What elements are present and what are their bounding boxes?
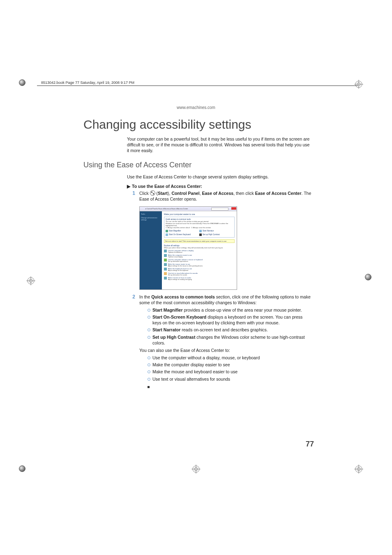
keyboard-icon — [166, 234, 168, 236]
breadcrumb: ▸ Control Panel ▸ Ease of Access ▸ Ease … — [145, 208, 188, 210]
after-bullets-text: You can also use the Ease of Access Cent… — [139, 347, 312, 353]
link-subtitle: Adjust settings for the keyboard — [168, 270, 192, 271]
window-body: Tasks Change administrative settings Mak… — [140, 211, 237, 289]
procedure-title: To use the Ease of Access Center: — [132, 184, 202, 189]
step-2: 2 In the Quick access to common tools se… — [84, 294, 312, 389]
window-titlebar: ▸ Control Panel ▸ Ease of Access ▸ Ease … — [140, 207, 237, 211]
registration-target-icon — [26, 276, 35, 285]
text: , then click — [233, 191, 255, 196]
registration-target-icon — [354, 80, 363, 89]
step-number: 2 — [84, 294, 139, 389]
checkbox-label: Always read this section aloud — [168, 227, 190, 229]
text: Click — [139, 191, 150, 196]
explore-link: Use the computer without a mouse or keyb… — [164, 259, 235, 262]
step-body: In the Quick access to common tools sect… — [139, 294, 312, 389]
page-number: 77 — [306, 440, 314, 449]
step-body: Click (Start), Control Panel, Ease of Ac… — [139, 190, 312, 202]
windows-start-icon — [150, 190, 155, 196]
section-intro: Use the Ease of Access Center to change … — [127, 174, 312, 180]
content-column: Changing accessibility settings Your com… — [84, 118, 312, 391]
explore-link: Use text or visual alternatives for soun… — [164, 272, 235, 276]
link-icon — [164, 272, 167, 275]
text: ), — [168, 191, 171, 196]
cmd-narrator: Start Narrator — [199, 230, 233, 232]
procedure-heading: ▶To use the Ease of Access Center: — [127, 184, 312, 189]
link-icon — [164, 254, 167, 257]
link-title: Use the computer without a display — [168, 250, 194, 252]
procedure-steps: 1 Click (Start), Control Panel, Ease of … — [84, 190, 312, 202]
page: 8513042.book Page 77 Saturday, April 19,… — [0, 0, 392, 555]
bold-text: Control Panel — [171, 191, 199, 196]
main-panel: Make your computer easier to use Quick a… — [162, 211, 237, 289]
page-title: Changing accessibility settings — [83, 118, 312, 132]
more-bullet-list: Use the computer without a display, mous… — [148, 355, 312, 382]
triangle-icon: ▶ — [127, 184, 130, 189]
explore-link: Make it easier to focus on tasksAdjust s… — [164, 277, 235, 280]
quick-access-box: Quick access to common tools You can use… — [164, 217, 235, 238]
link-title: Make it easier to focus on tasks — [168, 277, 192, 279]
bullet-item: Use text or visual alternatives for soun… — [148, 376, 312, 382]
page-header-meta: 8513042.book Page 77 Saturday, April 19,… — [41, 81, 134, 85]
link-icon — [164, 268, 167, 271]
cmd-magnifier: Start Magnifier — [166, 230, 199, 232]
sidebar-heading: Tasks — [141, 213, 161, 215]
magnifier-icon — [166, 230, 168, 232]
bold-text: Start Magnifier — [152, 308, 183, 312]
qa-bullet-list: Start Magnifier provides a close-up view… — [148, 307, 312, 346]
bullet-item: Make the mouse and keyboard easier to us… — [148, 369, 312, 375]
bold-text: Quick access to common tools — [151, 294, 215, 299]
text: In the — [139, 294, 151, 299]
main-heading: Make your computer easier to use — [164, 213, 235, 215]
bold-text: Start Narrator — [152, 327, 180, 332]
link-icon — [164, 259, 167, 261]
bold-text: Start — [158, 191, 168, 196]
registration-dot-icon — [365, 274, 371, 280]
procedure-end-icon — [148, 384, 312, 389]
qa-text: Windows can read and scan this list auto… — [166, 222, 233, 227]
registration-target-icon — [191, 465, 201, 474]
link-subtitle: Adjust settings for reading and typing — [168, 279, 192, 280]
explore-link: Use the computer without a displayOptimi… — [164, 250, 235, 253]
link-subtitle: Set up alternatives for sounds — [168, 274, 198, 276]
recommendation-banner: Not sure where to start? Get recommendat… — [164, 239, 235, 243]
bold-text: Ease of Access Center — [255, 191, 302, 196]
link-title: Use the computer without a mouse or keyb… — [168, 259, 203, 261]
registration-dot-icon — [19, 79, 25, 86]
embedded-screenshot: ▸ Control Panel ▸ Ease of Access ▸ Ease … — [139, 206, 237, 290]
link-subtitle: Adjust settings for the mouse or other p… — [168, 265, 203, 267]
registration-target-icon — [354, 465, 363, 474]
explore-links: Use the computer without a displayOptimi… — [164, 250, 235, 280]
explore-link: Make the keyboard easier to useAdjust se… — [164, 268, 235, 271]
narrator-icon — [199, 230, 202, 232]
step-1: 1 Click (Start), Control Panel, Ease of … — [84, 190, 312, 202]
header-rule — [37, 86, 357, 86]
qa-checkboxes: ☐ Always read this section aloud ☐ Alway… — [166, 227, 233, 229]
link-title: Make the keyboard easier to use — [168, 268, 192, 270]
bullet-item: Start Narrator reads on-screen text and … — [148, 327, 312, 333]
checkbox-label: Always scan this section — [193, 227, 211, 229]
bullet-item: Start Magnifier provides a close-up view… — [148, 307, 312, 313]
explore-subtext: When you select these settings, they wil… — [164, 247, 235, 249]
close-icon — [231, 207, 236, 210]
cmd-high-contrast: Set up High Contrast — [199, 234, 233, 236]
sidebar: Tasks Change administrative settings — [140, 211, 162, 289]
site-url: www.emachines.com — [0, 105, 392, 110]
contrast-icon — [199, 234, 202, 236]
link-title: Make the computer easier to see — [168, 254, 192, 256]
explore-link: Make the mouse easier to useAdjust setti… — [164, 263, 235, 267]
bullet-item: Start On-Screen Keyboard displays a keyb… — [148, 314, 312, 326]
registration-dot-icon — [19, 465, 25, 472]
bold-text: Set up High Contrast — [152, 335, 195, 340]
bullet-item: Use the computer without a display, mous… — [148, 355, 312, 361]
link-icon — [164, 277, 167, 280]
cmd-osk: Start On-Screen Keyboard — [166, 234, 199, 236]
section-heading: Using the Ease of Access Center — [83, 161, 312, 169]
link-icon — [164, 250, 167, 252]
bullet-item: Set up High Contrast changes the Windows… — [148, 334, 312, 346]
procedure-steps-cont: 2 In the Quick access to common tools se… — [84, 294, 312, 389]
link-subtitle: Optimize visual display — [168, 256, 192, 258]
sidebar-link: Change administrative settings — [141, 217, 161, 221]
explore-link: Make the computer easier to seeOptimize … — [164, 254, 235, 258]
link-icon — [164, 263, 167, 266]
link-subtitle: Optimize for blindness — [168, 252, 194, 253]
